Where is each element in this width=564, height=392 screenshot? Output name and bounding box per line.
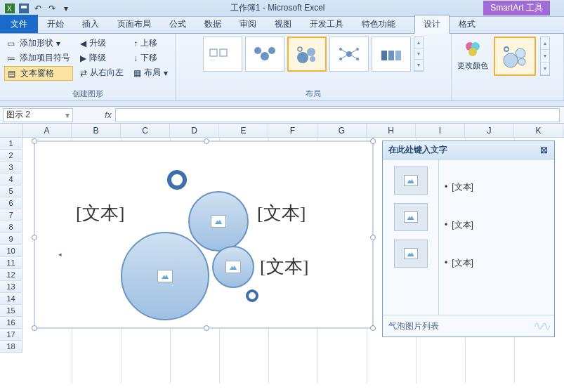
tab-page-layout[interactable]: 页面布局 xyxy=(108,15,160,33)
move-down-button[interactable]: ↓ 下移 xyxy=(131,51,171,65)
tab-design[interactable]: 设计 xyxy=(414,15,450,34)
change-colors-button[interactable]: 更改颜色 xyxy=(456,37,490,71)
col-K[interactable]: K xyxy=(514,124,563,137)
col-F[interactable]: F xyxy=(268,124,317,137)
tab-special[interactable]: 特色功能 xyxy=(353,15,405,33)
group-label-styles xyxy=(456,89,559,100)
qat-customize-icon[interactable]: ▾ xyxy=(60,3,72,14)
svg-point-9 xyxy=(268,47,275,54)
smartart-text-pane[interactable]: 在此处键入文字 ⛝ [文本] [文本] [文本] 气泡图片列表 ∿∿ xyxy=(382,141,555,337)
fx-label[interactable]: fx xyxy=(101,110,115,120)
layout-option-3-selected[interactable] xyxy=(287,37,327,72)
thumb-1[interactable] xyxy=(394,166,428,195)
worksheet: A B C D E F G H I J K 1 2 3 4 5 6 7 8 9 … xyxy=(0,124,564,384)
col-D[interactable]: D xyxy=(170,124,219,137)
bubble-1[interactable] xyxy=(121,232,209,320)
smartart-text-2[interactable]: [文本] xyxy=(257,201,306,226)
select-all-corner[interactable] xyxy=(0,124,22,137)
promote-button[interactable]: ◀ 升级 xyxy=(77,37,126,50)
svg-rect-4 xyxy=(210,49,217,56)
col-J[interactable]: J xyxy=(465,124,514,137)
row-6[interactable]: 6 xyxy=(0,197,22,209)
textpane-item-label: [文本] xyxy=(452,257,473,269)
row-8[interactable]: 8 xyxy=(0,221,22,233)
col-C[interactable]: C xyxy=(121,124,170,137)
row-2[interactable]: 2 xyxy=(0,150,22,162)
col-I[interactable]: I xyxy=(416,124,465,137)
thumb-3[interactable] xyxy=(394,240,428,268)
window-title: 工作簿1 - Microsoft Excel xyxy=(72,2,483,14)
save-icon[interactable] xyxy=(18,3,29,14)
text-pane-button[interactable]: ▤文本窗格 xyxy=(4,66,73,81)
smartart-text-1[interactable]: [文本] xyxy=(76,201,124,226)
row-18[interactable]: 18 xyxy=(0,341,22,353)
name-box-value: 图示 2 xyxy=(6,109,30,121)
row-12[interactable]: 12 xyxy=(0,269,22,281)
tab-formulas[interactable]: 公式 xyxy=(160,15,195,33)
undo-icon[interactable]: ↶ xyxy=(32,3,44,14)
row-1[interactable]: 1 xyxy=(0,138,22,150)
row-16[interactable]: 16 xyxy=(0,317,22,329)
name-box[interactable]: 图示 2▾ xyxy=(3,108,73,122)
textpane-toggle-handle[interactable]: ◂ xyxy=(56,247,63,261)
layout-option-1[interactable]: - - xyxy=(203,37,242,72)
col-G[interactable]: G xyxy=(317,124,367,137)
add-bullet-button[interactable]: ≔添加项目符号 xyxy=(4,51,73,65)
bubble-2[interactable] xyxy=(188,191,249,251)
row-7[interactable]: 7 xyxy=(0,209,22,221)
svg-point-10 xyxy=(297,52,308,63)
thumb-2[interactable] xyxy=(394,203,428,231)
move-up-button[interactable]: ↑ 上移 xyxy=(131,37,171,50)
tab-file[interactable]: 文件 xyxy=(0,15,38,33)
textpane-footer: 气泡图片列表 ∿∿ xyxy=(383,315,554,337)
close-icon[interactable]: ⛝ xyxy=(540,145,549,155)
textpane-icon: ▤ xyxy=(8,69,18,79)
layout-option-4[interactable] xyxy=(329,37,369,72)
col-H[interactable]: H xyxy=(367,124,416,137)
col-B[interactable]: B xyxy=(72,124,121,137)
col-A[interactable]: A xyxy=(22,124,72,137)
styles-gallery-scroll[interactable]: ▴▾▾ xyxy=(540,37,550,76)
row-17[interactable]: 17 xyxy=(0,329,22,341)
smartart-object[interactable]: ◂ [文本] [文本] [文本] xyxy=(34,141,374,329)
tab-data[interactable]: 数据 xyxy=(195,15,230,33)
svg-point-30 xyxy=(516,48,525,58)
layout-button[interactable]: ▦ 布局 ▾ xyxy=(131,66,171,79)
row-4[interactable]: 4 xyxy=(0,174,22,185)
rtl-label: 从右向左 xyxy=(90,67,124,79)
row-11[interactable]: 11 xyxy=(0,257,22,269)
layout-option-5[interactable] xyxy=(372,37,411,72)
textpane-item-1[interactable]: [文本] xyxy=(445,168,549,206)
textpane-item-2[interactable]: [文本] xyxy=(445,206,549,244)
add-shape-label: 添加形状 xyxy=(20,37,53,49)
tab-format[interactable]: 格式 xyxy=(450,15,485,33)
demote-button[interactable]: ▶ 降级 xyxy=(77,51,126,65)
tab-developer[interactable]: 开发工具 xyxy=(301,15,353,33)
redo-icon[interactable]: ↷ xyxy=(46,3,58,14)
textpane-item-3[interactable]: [文本] xyxy=(445,244,549,282)
add-shape-button[interactable]: ▭添加形状 ▾ xyxy=(4,37,73,50)
formula-bar: 图示 2▾ fx xyxy=(0,107,564,124)
row-9[interactable]: 9 xyxy=(0,233,22,245)
tab-view[interactable]: 视图 xyxy=(265,15,301,33)
picture-placeholder-icon[interactable] xyxy=(225,261,241,273)
row-15[interactable]: 15 xyxy=(0,305,22,317)
layouts-gallery-scroll[interactable]: ▴▾▾ xyxy=(414,37,424,72)
smartart-text-3[interactable]: [文本] xyxy=(260,254,308,279)
rtl-button[interactable]: ⇄ 从右向左 xyxy=(77,66,126,79)
col-E[interactable]: E xyxy=(219,124,268,137)
tab-insert[interactable]: 插入 xyxy=(73,15,108,33)
row-5[interactable]: 5 xyxy=(0,185,22,197)
bubble-3[interactable] xyxy=(212,246,254,288)
row-14[interactable]: 14 xyxy=(0,293,22,305)
style-option-1-selected[interactable] xyxy=(494,37,536,76)
row-10[interactable]: 10 xyxy=(0,245,22,257)
formula-input[interactable] xyxy=(115,108,560,122)
tab-review[interactable]: 审阅 xyxy=(230,15,265,33)
tab-home[interactable]: 开始 xyxy=(38,15,73,33)
row-13[interactable]: 13 xyxy=(0,281,22,293)
row-3[interactable]: 3 xyxy=(0,162,22,174)
picture-placeholder-icon[interactable] xyxy=(211,215,226,228)
picture-placeholder-icon[interactable] xyxy=(157,270,173,282)
layout-option-2[interactable] xyxy=(245,37,284,72)
